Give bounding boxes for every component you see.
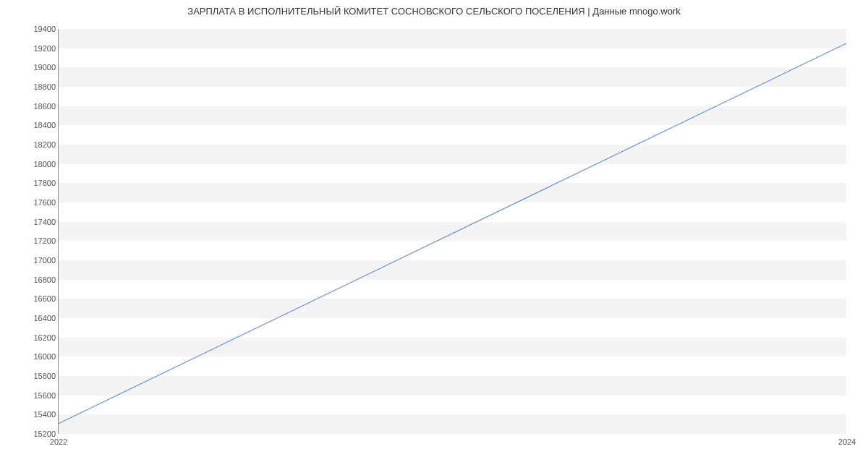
- y-tick-label: 15600: [20, 391, 56, 400]
- y-tick-label: 17800: [20, 179, 56, 187]
- y-tick-label: 15400: [20, 410, 56, 419]
- y-tick-label: 17200: [20, 236, 56, 245]
- y-tick-label: 19200: [20, 44, 56, 53]
- y-tick-label: 16600: [20, 294, 56, 303]
- data-line: [59, 29, 846, 433]
- y-tick-label: 15800: [20, 372, 56, 380]
- y-tick-label: 16000: [20, 352, 56, 361]
- chart-title: ЗАРПЛАТА В ИСПОЛНИТЕЛЬНЫЙ КОМИТЕТ СОСНОВ…: [0, 6, 868, 17]
- y-tick-label: 18800: [20, 82, 56, 91]
- y-tick-label: 17400: [20, 218, 56, 226]
- x-tick-label: 2024: [838, 437, 856, 446]
- y-tick-label: 16400: [20, 314, 56, 322]
- y-tick-label: 18200: [20, 140, 56, 149]
- y-tick-label: 17600: [20, 198, 56, 207]
- y-tick-label: 18000: [20, 160, 56, 168]
- y-tick-label: 18600: [20, 102, 56, 111]
- y-tick-label: 17000: [20, 256, 56, 265]
- y-tick-label: 18400: [20, 121, 56, 129]
- y-tick-label: 16800: [20, 275, 56, 284]
- plot-area: 1520015400156001580016000162001640016600…: [58, 29, 846, 434]
- y-tick-label: 16200: [20, 333, 56, 342]
- y-tick-label: 19000: [20, 63, 56, 72]
- x-tick-label: 2022: [50, 437, 67, 446]
- svg-line-0: [59, 43, 846, 424]
- chart-container: ЗАРПЛАТА В ИСПОЛНИТЕЛЬНЫЙ КОМИТЕТ СОСНОВ…: [0, 0, 868, 470]
- y-tick-label: 19400: [20, 25, 56, 33]
